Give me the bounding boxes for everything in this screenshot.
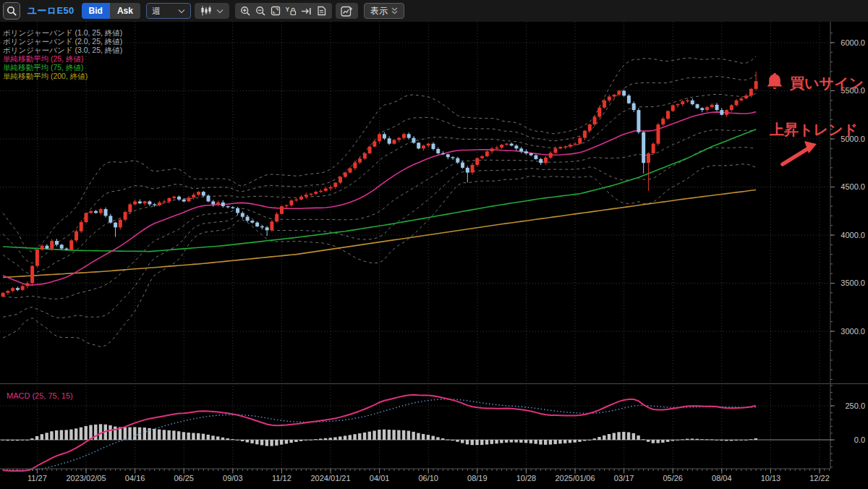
candle <box>427 144 430 146</box>
macd-histogram-bar <box>172 430 175 440</box>
macd-histogram-bar <box>505 440 508 443</box>
macd-histogram-bar <box>202 434 205 440</box>
macd-histogram-bar <box>676 440 678 441</box>
order-note-button[interactable] <box>314 3 329 19</box>
price-axis-label: 4500.0 <box>841 182 865 191</box>
candle <box>373 141 376 146</box>
macd-histogram-bar <box>16 440 19 441</box>
candle <box>265 227 269 230</box>
candle <box>544 158 548 163</box>
macd-histogram-bar <box>510 440 513 443</box>
macd-histogram-bar <box>324 438 327 440</box>
time-axis-label: 06/25 <box>174 474 194 482</box>
time-axis-label: 05/26 <box>663 474 683 482</box>
candle <box>363 153 367 158</box>
macd-histogram-bar <box>710 439 713 440</box>
time-axis-label: 10/13 <box>761 474 781 482</box>
macd-histogram-bar <box>265 440 268 446</box>
candle <box>471 165 475 173</box>
candle <box>632 103 636 110</box>
candle <box>329 187 333 189</box>
candle <box>749 89 753 95</box>
macd-histogram-bar <box>534 440 537 444</box>
candle <box>45 246 48 249</box>
bid-button[interactable]: Bid <box>82 3 110 19</box>
candle <box>715 105 719 110</box>
macd-histogram-bar <box>696 439 699 440</box>
macd-histogram-bar <box>35 436 38 440</box>
macd-histogram-bar <box>133 427 136 440</box>
candle <box>50 241 54 249</box>
candle <box>236 208 239 213</box>
chart-tools-group: Y <box>235 3 332 19</box>
macd-histogram-bar <box>519 440 522 443</box>
chart-type-select[interactable] <box>195 3 229 19</box>
candle <box>431 144 435 149</box>
time-axis-label: 03/17 <box>614 474 634 482</box>
chart-canvas[interactable]: 6000.05500.05000.04500.04000.03500.03000… <box>0 22 868 489</box>
candle <box>588 124 592 131</box>
chart-plus-icon <box>341 5 353 17</box>
zoom-out-button[interactable] <box>253 3 268 19</box>
macd-histogram-bar <box>569 440 571 443</box>
candle <box>613 95 616 97</box>
macd-histogram-bar <box>627 433 630 440</box>
candle <box>661 119 665 124</box>
chevron-down-icon <box>216 9 224 14</box>
candle <box>461 163 464 168</box>
candle <box>41 246 44 250</box>
macd-histogram-bar <box>691 438 694 440</box>
candle <box>30 266 34 284</box>
macd-histogram-bar <box>270 440 273 446</box>
go-to-latest-button[interactable] <box>299 3 314 19</box>
price-axis-label: 3000.0 <box>841 327 865 336</box>
timeframe-select[interactable]: 週 <box>146 3 191 19</box>
candle <box>603 101 606 108</box>
candle <box>480 156 484 158</box>
candle <box>558 147 562 148</box>
y-axis-lock-button[interactable]: Y <box>284 3 299 19</box>
candle <box>402 134 406 137</box>
buy-alert-bell-icon <box>764 72 786 93</box>
candle <box>133 201 137 204</box>
display-menu-button[interactable]: 表示 <box>364 3 404 19</box>
candle <box>485 151 489 156</box>
candle <box>553 148 557 153</box>
candle <box>534 156 537 159</box>
macd-histogram-bar <box>50 431 53 440</box>
macd-histogram-bar <box>333 437 336 440</box>
macd-histogram-bar <box>211 435 214 440</box>
macd-histogram-bar <box>480 440 483 445</box>
macd-histogram-bar <box>353 434 356 440</box>
macd-histogram-bar <box>114 427 116 440</box>
macd-histogram-bar <box>500 440 503 443</box>
macd-histogram-bar <box>754 438 757 440</box>
candle <box>221 203 225 206</box>
candle <box>211 201 215 204</box>
arrow-to-end-icon <box>301 7 312 16</box>
time-axis[interactable]: 11/272023/02/0504/1606/2509/0311/122024/… <box>0 469 830 482</box>
display-label: 表示 <box>370 5 388 17</box>
candle <box>119 220 122 228</box>
macd-histogram-bar <box>305 440 307 441</box>
candle <box>735 101 739 106</box>
candle <box>597 108 601 117</box>
timeframe-value: 週 <box>152 5 161 17</box>
macd-histogram-bar <box>407 431 410 440</box>
ask-button[interactable]: Ask <box>110 3 140 19</box>
add-indicator-button[interactable] <box>336 3 358 19</box>
macd-histogram-bar <box>637 435 639 440</box>
zoom-in-icon <box>240 6 251 17</box>
symbol-search-button[interactable] <box>3 2 20 20</box>
candle <box>85 213 88 222</box>
macd-histogram-bar <box>583 440 586 441</box>
fit-chart-button[interactable] <box>268 3 284 19</box>
candle <box>6 291 9 293</box>
macd-histogram-bar <box>344 435 346 440</box>
macd-histogram-bar <box>666 440 669 442</box>
candlestick-chart-icon <box>200 6 212 16</box>
macd-histogram-bar <box>524 440 527 443</box>
zoom-in-button[interactable] <box>238 3 253 19</box>
candle <box>574 144 577 145</box>
candle <box>446 154 450 157</box>
